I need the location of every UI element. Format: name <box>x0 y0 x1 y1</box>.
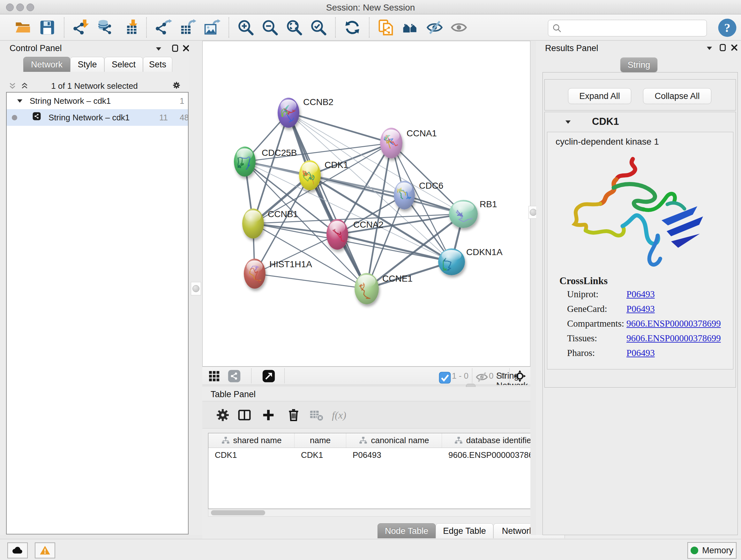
control-panel: Control Panel NetworkStyleSelectSets 1 o… <box>0 41 189 535</box>
window-title: Session: New Session <box>0 3 741 13</box>
cloud-status-button[interactable] <box>7 543 28 558</box>
network-row-selected[interactable]: String Network – cdk1 11 48 <box>7 109 188 126</box>
zoom-out-button[interactable] <box>260 17 280 37</box>
string-view-badge-icon[interactable] <box>228 370 241 382</box>
crosslinks-title: CrossLinks <box>559 275 721 287</box>
cell-canonical-name[interactable]: P06493 <box>346 448 442 462</box>
close-panel-icon[interactable] <box>730 44 740 53</box>
cell-shared-name[interactable]: CDK1 <box>208 448 294 462</box>
hide-selected-button[interactable] <box>425 17 445 37</box>
tab-node-table[interactable]: Node Table <box>378 523 435 538</box>
node-CCNB1[interactable]: CCNB1 <box>242 208 298 239</box>
create-column-icon[interactable] <box>261 408 276 422</box>
zoom-out-icon <box>261 19 279 36</box>
node-label-CDC6: CDC6 <box>419 181 443 191</box>
tab-sets[interactable]: Sets <box>143 57 172 72</box>
edge-HIST1H1A-CCNE1[interactable] <box>255 273 367 289</box>
crosslink-row: GeneCard:P06493 <box>559 301 721 316</box>
warnings-button[interactable] <box>35 543 55 558</box>
refresh-view-button[interactable] <box>342 17 362 37</box>
collapse-all-button[interactable]: Collapse All <box>643 88 711 104</box>
column-header-canonical-name[interactable]: canonical name <box>346 433 442 448</box>
node-CDK1[interactable]: CDK1 <box>299 160 348 190</box>
save-session-button[interactable] <box>37 17 57 37</box>
show-columns-icon[interactable] <box>237 408 252 422</box>
edge-CCNB2-CCNA1[interactable] <box>288 113 391 143</box>
column-header-shared-name[interactable]: shared name <box>208 433 294 448</box>
column-header-name[interactable]: name <box>294 433 346 448</box>
table-options-gear-icon[interactable] <box>215 408 230 422</box>
open-in-new-window-icon[interactable] <box>262 370 275 382</box>
crosslink-link[interactable]: P06493 <box>626 304 655 314</box>
node-CDKN1A[interactable]: CDKN1A <box>438 247 502 275</box>
crosslink-link[interactable]: P06493 <box>626 348 655 358</box>
clone-network-button[interactable] <box>376 17 396 37</box>
search-box[interactable] <box>548 20 707 37</box>
network-tree: String Network – cdk1 1 String Network –… <box>6 92 189 535</box>
separator <box>284 368 285 383</box>
crosslink-link[interactable]: 9606.ENSP00000378699 <box>626 318 721 329</box>
tab-select[interactable]: Select <box>105 57 143 72</box>
node-RB1[interactable]: RB1 <box>449 199 497 228</box>
expand-all-button[interactable]: Expand All <box>568 88 631 104</box>
network-graph[interactable]: CCNB2 CCNA1 CDC25B CDK1 CDC6 RB1 CCNB1 C… <box>203 41 530 366</box>
network-canvas[interactable]: CCNB2 CCNA1 CDC25B CDK1 CDC6 RB1 CCNB1 C… <box>202 41 530 367</box>
warning-icon <box>39 545 51 556</box>
export-table-button[interactable] <box>178 17 198 37</box>
gene-section-header[interactable]: CDK1 <box>545 112 736 132</box>
node-label-CDK1: CDK1 <box>325 160 348 170</box>
svg-text:f(x): f(x) <box>332 409 346 421</box>
selected-checkbox-icon[interactable] <box>439 371 448 384</box>
zoom-fit-button[interactable] <box>284 17 304 37</box>
import-table-button[interactable] <box>120 17 139 37</box>
node-label-CCNA1: CCNA1 <box>407 128 437 138</box>
undock-panel-icon[interactable] <box>171 44 181 54</box>
export-network-button[interactable] <box>153 17 173 37</box>
tab-style[interactable]: Style <box>70 57 105 72</box>
fit-content-crosshair-icon[interactable] <box>514 370 526 382</box>
svg-text:?: ? <box>724 21 730 35</box>
tab-string[interactable]: String <box>620 57 657 72</box>
search-input[interactable] <box>562 23 706 34</box>
birdseye-grid-icon[interactable] <box>208 370 220 382</box>
crosslink-link[interactable]: P06493 <box>626 289 655 300</box>
help-button[interactable]: ? <box>718 18 737 38</box>
node-label-CCNA2: CCNA2 <box>353 220 384 230</box>
first-neighbors-button[interactable] <box>401 17 420 37</box>
undock-panel-icon[interactable] <box>719 44 728 53</box>
search-icon <box>551 23 562 34</box>
node-HIST1H1A[interactable]: HIST1H1A <box>244 259 312 289</box>
zoom-selected-button[interactable] <box>309 17 328 37</box>
memory-status-dot-icon <box>690 547 698 554</box>
node-label-CDKN1A: CDKN1A <box>466 247 502 257</box>
section-caret-icon[interactable] <box>564 118 574 127</box>
left-splitter-handle[interactable] <box>191 282 201 295</box>
tab-edge-table[interactable]: Edge Table <box>435 523 493 538</box>
help-icon: ? <box>718 18 737 38</box>
memory-button[interactable]: Memory <box>687 542 737 559</box>
float-panel-icon[interactable] <box>154 45 164 54</box>
network-options-gear-icon[interactable] <box>172 81 184 92</box>
cell-name[interactable]: CDK1 <box>294 448 346 462</box>
collection-caret-icon[interactable] <box>16 97 24 105</box>
delete-columns-icon[interactable] <box>286 408 301 422</box>
node-CCNA2[interactable]: CCNA2 <box>327 219 384 250</box>
import-network-button[interactable] <box>71 17 91 37</box>
show-all-button[interactable] <box>449 17 469 37</box>
network-collection-row[interactable]: String Network – cdk1 1 <box>7 92 188 109</box>
node-CCNE1[interactable]: CCNE1 <box>354 273 413 304</box>
export-image-button[interactable] <box>202 17 222 37</box>
left-splitter[interactable] <box>189 41 202 535</box>
import-network-database-button[interactable] <box>95 17 115 37</box>
open-file-button[interactable] <box>13 17 33 37</box>
float-panel-icon[interactable] <box>705 44 715 54</box>
zoom-fit-icon <box>286 19 303 36</box>
tab-network[interactable]: Network <box>23 57 70 72</box>
scrollbar-thumb[interactable] <box>211 510 265 515</box>
right-splitter[interactable] <box>530 41 536 535</box>
crosslink-link[interactable]: 9606.ENSP00000378699 <box>626 333 721 344</box>
node-CCNA1[interactable]: CCNA1 <box>380 128 437 159</box>
save-session-icon <box>39 19 56 36</box>
zoom-in-button[interactable] <box>236 17 256 37</box>
results-panel-title: Results Panel <box>545 44 598 53</box>
